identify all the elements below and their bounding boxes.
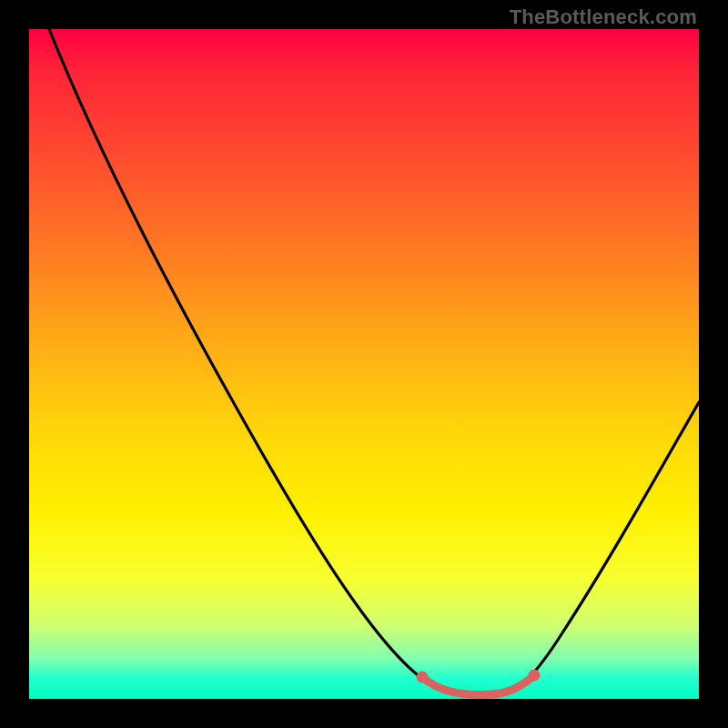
highlight-dot-left	[417, 672, 429, 683]
highlight-dot-right	[529, 670, 541, 682]
attribution-text: TheBottleneck.com	[510, 5, 697, 29]
highlight-segment	[422, 675, 534, 694]
main-curve	[49, 29, 699, 695]
plot-area	[29, 29, 699, 699]
curve-layer	[29, 29, 699, 699]
chart-container: TheBottleneck.com	[0, 0, 728, 728]
